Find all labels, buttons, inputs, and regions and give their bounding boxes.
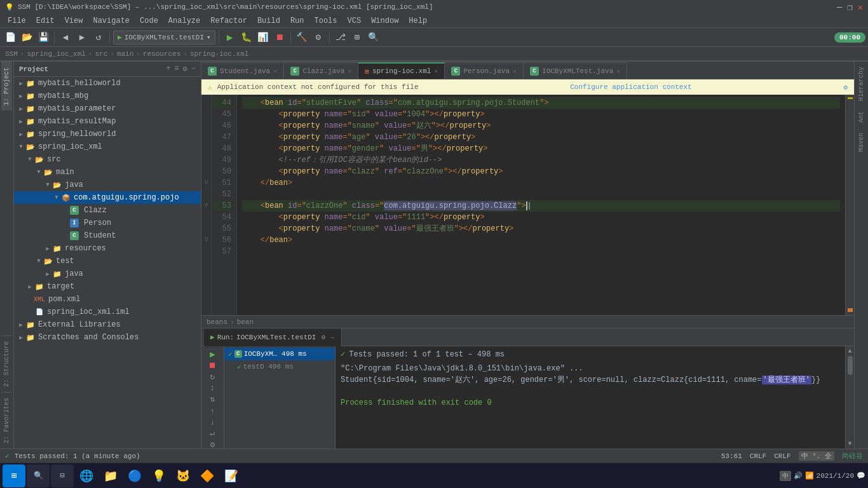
- menu-item-file[interactable]: File: [3, 14, 31, 27]
- breadcrumb-main[interactable]: main: [117, 50, 133, 58]
- structure-panel-tab[interactable]: 2: Structure: [1, 336, 12, 392]
- search-everywhere-button[interactable]: 🔍: [366, 30, 381, 45]
- minimize-button[interactable]: —: [837, 2, 842, 13]
- ant-tab[interactable]: Ant: [856, 106, 867, 128]
- configure-context-link[interactable]: Configure application context: [570, 83, 691, 91]
- tab-close-spring-xml[interactable]: ✕: [434, 67, 438, 75]
- add-project-btn[interactable]: +: [166, 64, 170, 74]
- tree-item-spring-helloworld[interactable]: ▶ 📁 spring_helloworld: [14, 128, 201, 140]
- idea-icon[interactable]: 💡: [147, 464, 170, 487]
- save-all-button[interactable]: 💾: [36, 30, 51, 45]
- tree-item-clazz[interactable]: ▶ C Clazz: [14, 204, 201, 217]
- breadcrumb-resources[interactable]: resources: [143, 50, 180, 58]
- breadcrumb-spring-ioc-xml[interactable]: spring_ioc_xml: [27, 50, 85, 58]
- chrome-icon[interactable]: 🔵: [123, 464, 146, 487]
- run-resume-btn[interactable]: ▶: [205, 349, 220, 360]
- run-with-coverage-button[interactable]: 📊: [255, 30, 271, 45]
- back-button[interactable]: ◀: [58, 30, 73, 45]
- tree-item-src[interactable]: ▼ 📂 src: [14, 153, 201, 166]
- run-tree-method[interactable]: ✓ testD 498 ms: [224, 360, 335, 373]
- search-button[interactable]: 🔍: [27, 464, 50, 487]
- project-panel-tab[interactable]: 1: Project: [1, 62, 12, 111]
- build-project-button[interactable]: ⚙: [311, 30, 326, 45]
- tree-item-iml[interactable]: ▶ 📄 spring_ioc_xml.iml: [14, 306, 201, 318]
- menu-item-help[interactable]: Help: [403, 14, 432, 27]
- favorites-panel-tab[interactable]: 2: Favorites: [1, 392, 12, 449]
- tree-item-spring-ioc-xml[interactable]: ▼ 📂 spring_ioc_xml: [14, 140, 201, 153]
- run-output-scrollbar[interactable]: ▲ ▼: [845, 346, 854, 449]
- breadcrumb-beans[interactable]: beans: [207, 318, 227, 326]
- tab-ioctest-java[interactable]: C IOCByXMLTest.java ✕: [524, 62, 627, 79]
- tab-spring-ioc-xml[interactable]: ⊞ spring-ioc.xml ✕: [358, 62, 445, 79]
- open-file-button[interactable]: 📂: [19, 30, 34, 45]
- forward-button[interactable]: ▶: [74, 30, 90, 45]
- maximize-button[interactable]: ❐: [847, 2, 852, 13]
- tree-item-person[interactable]: ▶ I Person: [14, 217, 201, 229]
- tree-item-main[interactable]: ▼ 📂 main: [14, 166, 201, 179]
- menu-item-analyze[interactable]: Analyze: [163, 14, 205, 27]
- maven-tab[interactable]: Maven: [856, 128, 867, 157]
- tree-item-pom[interactable]: ▶ XML pom.xml: [14, 293, 201, 306]
- status-encoding[interactable]: CRLF: [750, 452, 766, 460]
- breadcrumb-ssm[interactable]: SSM: [5, 50, 18, 58]
- menu-item-build[interactable]: Build: [252, 14, 285, 27]
- tab-close-ioctest[interactable]: ✕: [616, 67, 620, 75]
- terminal-button[interactable]: ⊞: [349, 30, 365, 45]
- menu-item-refactor[interactable]: Refactor: [205, 14, 252, 27]
- run-sort-btn[interactable]: ↕: [205, 383, 220, 393]
- debug-button[interactable]: 🐛: [239, 30, 254, 45]
- edge-icon[interactable]: 🌐: [75, 464, 98, 487]
- app7-icon[interactable]: 📝: [220, 464, 243, 487]
- configure-gear-icon[interactable]: ⚙: [843, 83, 848, 92]
- tab-close-student[interactable]: ✕: [273, 67, 277, 75]
- systray-notification-icon[interactable]: 💬: [857, 471, 865, 480]
- run-settings2-btn[interactable]: ⚙: [205, 440, 220, 449]
- tree-item-mybatis-resultmap[interactable]: ▶ 📁 mybatis_resultMap: [14, 115, 201, 128]
- task-view-button[interactable]: ⊟: [51, 464, 74, 487]
- new-file-button[interactable]: 📄: [3, 30, 18, 45]
- run-stop-btn[interactable]: ⏹: [205, 361, 220, 370]
- run-scroll-down-btn[interactable]: ↓: [205, 417, 220, 427]
- tree-item-test-java[interactable]: ▶ 📁 java: [14, 268, 201, 280]
- build-button[interactable]: 🔨: [294, 30, 309, 45]
- tree-item-mybatis-mbg[interactable]: ▶ 📁 mybatis_mbg: [14, 90, 201, 102]
- run-rerun-btn[interactable]: ↻: [205, 372, 220, 382]
- menu-item-vcs[interactable]: VCS: [342, 14, 367, 27]
- run-button[interactable]: ▶: [222, 30, 238, 45]
- breadcrumb-file[interactable]: spring-ioc.xml: [190, 50, 248, 58]
- explorer-icon[interactable]: 📁: [99, 464, 122, 487]
- run-tab-close-btn[interactable]: –: [330, 334, 335, 341]
- tree-item-test[interactable]: ▼ 📂 test: [14, 255, 201, 268]
- close-button[interactable]: ✕: [858, 2, 863, 13]
- app5-icon[interactable]: 🐱: [172, 464, 194, 487]
- tab-clazz-java[interactable]: C Clazz.java ✕: [284, 62, 358, 79]
- status-crlf[interactable]: CRLF: [774, 452, 790, 460]
- start-button[interactable]: ⊞: [3, 464, 25, 487]
- breadcrumb-bean[interactable]: bean: [237, 318, 254, 326]
- run-tab-settings-icon[interactable]: ⚙: [321, 333, 325, 341]
- tab-student-java[interactable]: C Student.java ✕: [201, 62, 284, 79]
- tree-item-scratches[interactable]: ▶ 📁 Scratches and Consoles: [14, 331, 201, 344]
- scrollbar-down-btn[interactable]: ▼: [848, 440, 851, 447]
- tree-item-student[interactable]: ▶ C Student: [14, 229, 201, 242]
- menu-item-navigate[interactable]: Navigate: [88, 14, 135, 27]
- run-scroll-up-btn[interactable]: ↑: [205, 407, 220, 416]
- stop-button[interactable]: ⏹: [272, 30, 287, 45]
- app6-icon[interactable]: 🔶: [196, 464, 219, 487]
- tree-item-resources[interactable]: ▶ 📁 resources: [14, 242, 201, 255]
- settings-gear-btn[interactable]: ⚙: [183, 64, 187, 74]
- run-sort2-btn[interactable]: ⇅: [205, 394, 220, 404]
- run-tab[interactable]: ▶ Run: IOCByXMLTest.testDI ⚙ –: [204, 329, 342, 346]
- scrollbar-thumb[interactable]: [848, 356, 853, 375]
- run-tree-class[interactable]: ✓ C IOCByXM… 498 ms: [224, 348, 335, 360]
- tree-item-target[interactable]: ▶ 📁 target: [14, 280, 201, 293]
- menu-item-code[interactable]: Code: [135, 14, 163, 27]
- breadcrumb-src[interactable]: src: [95, 50, 107, 58]
- run-wrap-btn[interactable]: ↵: [205, 428, 220, 438]
- tree-item-mybatis-helloworld[interactable]: ▶ 📁 mybatis_helloworld: [14, 77, 201, 90]
- collapse-all-btn[interactable]: ≡: [174, 64, 179, 74]
- close-sidebar-btn[interactable]: –: [191, 64, 196, 74]
- tab-close-clazz[interactable]: ✕: [348, 67, 351, 75]
- status-position[interactable]: 53:61: [721, 452, 742, 460]
- refresh-button[interactable]: ↺: [91, 30, 106, 45]
